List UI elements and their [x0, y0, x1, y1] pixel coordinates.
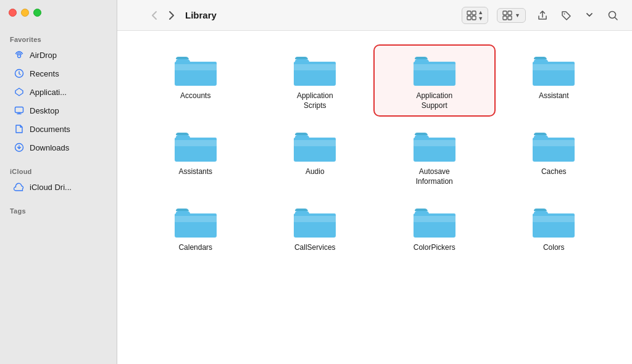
svg-rect-7: [472, 16, 476, 20]
sidebar-item-icloud-drive-label: iCloud Dri...: [30, 183, 72, 192]
file-item-audio[interactable]: Audio: [256, 122, 375, 191]
icon-view-button[interactable]: ▲▼: [462, 7, 488, 23]
svg-rect-20: [414, 140, 455, 146]
file-item-accounts[interactable]: Accounts: [136, 46, 256, 115]
toolbar: Library ▲▼: [117, 0, 632, 31]
file-item-assistants[interactable]: Assistants: [136, 122, 256, 191]
folder-icon: [531, 202, 576, 239]
sidebar-item-documents[interactable]: Documents: [4, 120, 113, 138]
file-label-assistants: Assistants: [178, 167, 212, 177]
svg-rect-19: [294, 140, 336, 146]
svg-rect-24: [414, 216, 455, 222]
file-label-callservices: CallServices: [294, 243, 336, 253]
svg-rect-10: [503, 16, 507, 20]
folder-icon: [293, 126, 337, 163]
folder-icon: [173, 51, 218, 88]
file-item-autosave-information[interactable]: Autosave Information: [375, 122, 494, 191]
svg-point-12: [564, 13, 565, 14]
svg-rect-2: [15, 107, 23, 113]
file-label-calendars: Calendars: [178, 243, 212, 253]
svg-rect-17: [533, 64, 575, 70]
svg-rect-15: [294, 64, 336, 70]
svg-rect-8: [503, 11, 507, 15]
view-toggle2-group: ▼: [497, 8, 526, 23]
traffic-lights: [9, 9, 41, 17]
sidebar-item-downloads[interactable]: Downloads: [4, 139, 113, 156]
toolbar-title: Library: [185, 10, 217, 20]
svg-rect-4: [467, 11, 471, 15]
sidebar-item-icloud-drive[interactable]: iCloud Dri...: [4, 178, 113, 196]
folder-icon: [173, 126, 218, 163]
file-item-application-scripts[interactable]: Application Scripts: [256, 46, 375, 115]
sidebar-item-documents-label: Documents: [30, 125, 70, 134]
file-item-calendars[interactable]: Calendars: [136, 197, 256, 258]
sidebar-item-downloads-label: Downloads: [30, 143, 69, 152]
svg-rect-14: [175, 64, 217, 70]
svg-rect-18: [175, 140, 217, 146]
folder-icon: [531, 126, 576, 163]
file-label-autosave-information: Autosave Information: [407, 167, 462, 186]
file-label-colorpickers: ColorPickers: [414, 243, 455, 253]
sidebar-item-airdrop-label: AirDrop: [30, 51, 57, 60]
back-button[interactable]: [148, 9, 160, 22]
folder-icon: [412, 51, 457, 88]
folder-icon: [412, 126, 457, 163]
sidebar-item-recents[interactable]: Recents: [4, 65, 113, 82]
sidebar: Favorites AirDrop Recents Applicati: [0, 0, 117, 364]
minimize-button[interactable]: [21, 9, 29, 17]
fullscreen-button[interactable]: [33, 9, 41, 17]
share-button[interactable]: [533, 7, 552, 23]
favorites-section-label: Favorites: [0, 31, 117, 46]
folder-icon: [173, 202, 218, 239]
file-item-callservices[interactable]: CallServices: [256, 197, 375, 258]
sidebar-item-applications[interactable]: Applicati...: [4, 83, 113, 101]
clock-icon: [14, 68, 25, 79]
file-item-assistant[interactable]: Assistant: [494, 46, 614, 115]
desktop-icon: [14, 105, 25, 116]
file-item-caches[interactable]: Caches: [494, 122, 614, 191]
file-label-audio: Audio: [306, 167, 325, 177]
icloud-icon: [14, 181, 25, 192]
forward-button[interactable]: [165, 9, 178, 22]
svg-rect-6: [467, 16, 471, 20]
main-content: Library ▲▼: [117, 0, 632, 364]
icloud-section-label: iCloud: [0, 163, 117, 178]
svg-rect-23: [294, 216, 336, 222]
tags-section-label: Tags: [0, 202, 117, 217]
file-label-caches: Caches: [541, 167, 567, 177]
file-item-application-support[interactable]: Application Support: [375, 46, 494, 115]
folder-icon: [293, 202, 337, 239]
svg-rect-9: [508, 11, 512, 15]
file-item-colorpickers[interactable]: ColorPickers: [375, 197, 494, 258]
file-label-colors: Colors: [543, 243, 565, 253]
airdrop-icon: [14, 49, 25, 60]
list-view-button[interactable]: ▼: [497, 9, 525, 22]
file-grid: AccountsApplication ScriptsApplication S…: [117, 31, 632, 364]
more-button[interactable]: [580, 7, 599, 23]
svg-point-0: [18, 55, 21, 58]
file-item-colors[interactable]: Colors: [494, 197, 614, 258]
search-button[interactable]: [604, 7, 622, 23]
sidebar-item-applications-label: Applicati...: [30, 88, 67, 97]
svg-rect-11: [508, 16, 512, 20]
file-label-accounts: Accounts: [180, 91, 210, 101]
tag-button[interactable]: [557, 7, 575, 23]
svg-rect-5: [472, 11, 476, 15]
close-button[interactable]: [9, 9, 17, 17]
view-toggle-group: ▲▼: [462, 7, 488, 24]
file-label-application-support: Application Support: [407, 91, 462, 110]
sidebar-item-airdrop[interactable]: AirDrop: [4, 46, 113, 64]
file-label-application-scripts: Application Scripts: [287, 91, 343, 110]
folder-icon: [412, 202, 457, 239]
svg-rect-25: [533, 216, 575, 222]
svg-rect-16: [414, 64, 455, 70]
applications-icon: [14, 86, 25, 97]
file-label-assistant: Assistant: [539, 91, 569, 101]
documents-icon: [14, 123, 25, 134]
sidebar-item-recents-label: Recents: [30, 69, 59, 78]
svg-rect-21: [533, 140, 575, 146]
folder-icon: [293, 51, 337, 88]
sidebar-item-desktop[interactable]: Desktop: [4, 102, 113, 119]
svg-point-13: [609, 11, 616, 18]
svg-rect-22: [175, 216, 217, 222]
